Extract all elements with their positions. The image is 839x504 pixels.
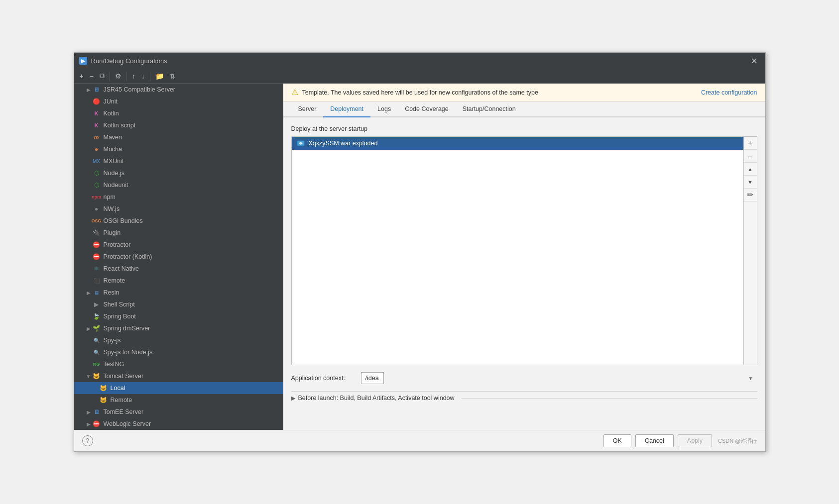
tree-item-tomee[interactable]: ▶ 🖥 TomEE Server bbox=[74, 406, 283, 418]
plugin-icon: 🔌 bbox=[92, 229, 101, 237]
dialog-title: Run/Debug Configurations bbox=[91, 57, 748, 65]
main-content: ▶ 🖥 JSR45 Compatible Server 🔴 JUnit K Ko… bbox=[74, 84, 765, 430]
tree-item-junit[interactable]: 🔴 JUnit bbox=[74, 96, 283, 107]
tree-item-springboot[interactable]: 🍃 Spring Boot bbox=[74, 310, 283, 322]
tomcat-remote-label: Remote bbox=[111, 397, 279, 403]
tab-code-coverage[interactable]: Code Coverage bbox=[398, 101, 456, 117]
tree-item-springdm[interactable]: ▶ 🌱 Spring dmServer bbox=[74, 322, 283, 334]
apply-button[interactable]: Apply bbox=[678, 434, 712, 447]
kotlin-icon: K bbox=[92, 109, 101, 117]
springdm-icon: 🌱 bbox=[92, 324, 101, 332]
tree-item-weblogic[interactable]: ▶ ⛔ WebLogic Server bbox=[74, 418, 283, 430]
ok-button[interactable]: OK bbox=[603, 434, 631, 447]
tree-item-reactnative[interactable]: ⚛ React Native bbox=[74, 263, 283, 275]
tree-item-tomcat[interactable]: ▼ 🐱 Tomcat Server bbox=[74, 370, 283, 382]
tree-item-npm[interactable]: npm npm bbox=[74, 191, 283, 203]
tree-item-mxunit[interactable]: MX MXUnit bbox=[74, 155, 283, 167]
deploy-item-icon-xqzy bbox=[296, 139, 306, 147]
before-launch-expand-icon: ▶ bbox=[291, 395, 295, 402]
deploy-item-xqzy[interactable]: XqxzySSM:war exploded bbox=[292, 137, 743, 150]
tree-item-protractork[interactable]: ⛔ Protractor (Kotlin) bbox=[74, 251, 283, 263]
create-configuration-link[interactable]: Create configuration bbox=[701, 89, 757, 96]
tomcat-remote-icon: 🐱 bbox=[99, 396, 108, 404]
toolbar-separator-2 bbox=[126, 72, 127, 81]
spyjsnode-label: Spy-js for Node.js bbox=[104, 349, 279, 356]
deploy-section-label: Deploy at the server startup bbox=[291, 125, 757, 132]
expand-arrow-tomcat: ▼ bbox=[85, 374, 92, 379]
tab-logs[interactable]: Logs bbox=[370, 101, 398, 117]
folder-button[interactable]: 📁 bbox=[153, 71, 166, 82]
maven-icon: m bbox=[92, 133, 101, 141]
app-context-row: Application context: /idea bbox=[291, 372, 757, 384]
warning-icon: ⚠ bbox=[291, 88, 298, 97]
tree-item-nwjs[interactable]: ● NW.js bbox=[74, 203, 283, 215]
tab-deployment[interactable]: Deployment bbox=[323, 101, 370, 117]
tree-item-maven[interactable]: m Maven bbox=[74, 131, 283, 143]
deploy-move-up-button[interactable]: ▲ bbox=[744, 163, 757, 176]
tree-item-plugin[interactable]: 🔌 Plugin bbox=[74, 227, 283, 239]
expand-arrow-jsr45: ▶ bbox=[85, 87, 92, 93]
deployment-tab-content: Deploy at the server startup XqxzySSM:wa… bbox=[283, 117, 765, 430]
tomcat-local-icon: 🐱 bbox=[99, 384, 108, 392]
jsr45-label: JSR45 Compatible Server bbox=[104, 86, 279, 93]
nodeunit-icon: ⬡ bbox=[92, 181, 101, 189]
tree-item-spyjsnode[interactable]: 🔍 Spy-js for Node.js bbox=[74, 346, 283, 358]
cancel-button[interactable]: Cancel bbox=[635, 434, 674, 447]
tree-item-resin[interactable]: ▶ 🖥 Resin bbox=[74, 287, 283, 299]
tree-item-shellscript[interactable]: ▶ Shell Script bbox=[74, 299, 283, 310]
shellscript-icon: ▶ bbox=[92, 301, 101, 308]
toolbar-separator-3 bbox=[150, 72, 150, 81]
config-tabs: Server Deployment Logs Code Coverage Sta… bbox=[283, 101, 765, 117]
app-context-select[interactable]: /idea bbox=[361, 372, 384, 384]
watermark-text: CSDN @许滔行 bbox=[718, 437, 757, 445]
sort-button[interactable]: ⇅ bbox=[167, 71, 178, 82]
tree-item-tomcat-remote[interactable]: 🐱 Remote bbox=[74, 394, 283, 406]
tab-server[interactable]: Server bbox=[291, 101, 324, 117]
springboot-label: Spring Boot bbox=[104, 313, 279, 320]
kotlin-label: Kotlin bbox=[104, 110, 279, 117]
toolbar-separator-1 bbox=[110, 72, 110, 81]
deploy-add-button[interactable]: + bbox=[744, 137, 757, 150]
junit-icon: 🔴 bbox=[92, 98, 101, 105]
tab-startup-connection[interactable]: Startup/Connection bbox=[456, 101, 523, 117]
before-launch-header[interactable]: ▶ Before launch: Build, Build Artifacts,… bbox=[291, 391, 757, 404]
help-button[interactable]: ? bbox=[82, 435, 93, 446]
remove-config-button[interactable]: − bbox=[87, 71, 96, 82]
deploy-item-label-xqzy: XqxzySSM:war exploded bbox=[309, 140, 378, 147]
tree-item-mocha[interactable]: ● Mocha bbox=[74, 143, 283, 155]
deploy-move-down-button[interactable]: ▼ bbox=[744, 176, 757, 189]
weblogic-label: WebLogic Server bbox=[104, 420, 279, 427]
deploy-edit-button[interactable]: ✏ bbox=[744, 189, 757, 202]
app-context-label: Application context: bbox=[291, 375, 356, 382]
deploy-list-container: XqxzySSM:war exploded + − ▲ bbox=[291, 136, 757, 365]
tree-item-osgi[interactable]: OSG OSGi Bundles bbox=[74, 215, 283, 227]
spyjs-label: Spy-js bbox=[104, 337, 279, 344]
tree-item-remote[interactable]: ⬛ Remote bbox=[74, 275, 283, 287]
mocha-label: Mocha bbox=[104, 146, 279, 153]
deploy-remove-button[interactable]: − bbox=[744, 150, 757, 163]
tree-item-kotlin[interactable]: K Kotlin bbox=[74, 107, 283, 119]
tree-item-kotlinscript[interactable]: K Kotlin script bbox=[74, 119, 283, 131]
before-launch-separator bbox=[462, 398, 757, 399]
tree-item-protractor[interactable]: ⛔ Protractor bbox=[74, 239, 283, 251]
tree-item-jsr45[interactable]: ▶ 🖥 JSR45 Compatible Server bbox=[74, 84, 283, 96]
tree-item-nodeunit[interactable]: ⬡ Nodeunit bbox=[74, 179, 283, 191]
tree-item-testng[interactable]: NG TestNG bbox=[74, 358, 283, 370]
npm-label: npm bbox=[104, 194, 279, 201]
kotlinscript-icon: K bbox=[92, 121, 101, 129]
tree-item-nodejs[interactable]: ⬡ Node.js bbox=[74, 167, 283, 179]
expand-arrow-springdm: ▶ bbox=[85, 326, 92, 331]
before-launch-label: Before launch: Build, Build Artifacts, A… bbox=[298, 395, 455, 402]
tomcat-local-label: Local bbox=[111, 385, 279, 392]
add-config-button[interactable]: + bbox=[77, 71, 86, 82]
tree-item-tomcat-local[interactable]: 🐱 Local bbox=[74, 382, 283, 394]
close-button[interactable]: ✕ bbox=[748, 55, 760, 67]
move-up-button[interactable]: ↑ bbox=[129, 71, 138, 82]
tomcat-label: Tomcat Server bbox=[104, 373, 279, 380]
move-down-button[interactable]: ↓ bbox=[139, 71, 147, 82]
settings-button[interactable]: ⚙ bbox=[113, 71, 124, 82]
protractork-icon: ⛔ bbox=[92, 253, 101, 261]
deploy-artifact-list[interactable]: XqxzySSM:war exploded bbox=[291, 136, 744, 365]
tree-item-spyjs[interactable]: 🔍 Spy-js bbox=[74, 334, 283, 346]
copy-config-button[interactable]: ⧉ bbox=[97, 70, 107, 82]
